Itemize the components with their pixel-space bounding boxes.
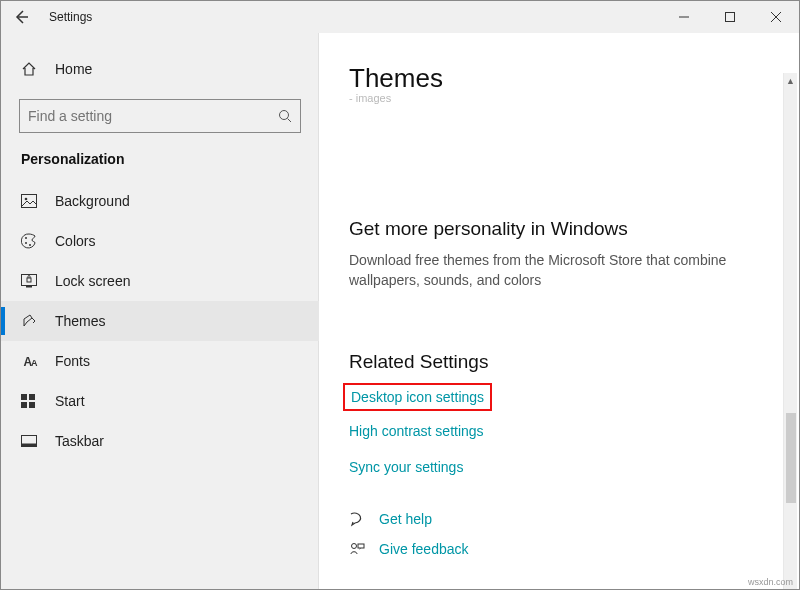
home-label: Home	[55, 61, 92, 77]
svg-point-8	[25, 237, 27, 239]
title-bar: Settings	[1, 1, 799, 33]
taskbar-icon	[21, 435, 39, 447]
link-desktop-icon-settings[interactable]: Desktop icon settings	[343, 383, 492, 411]
back-arrow-icon	[13, 9, 29, 25]
search-input[interactable]	[28, 108, 278, 124]
scroll-up-arrow-icon[interactable]: ▲	[784, 73, 797, 89]
scrollbar-thumb[interactable]	[786, 413, 796, 503]
svg-point-10	[29, 244, 31, 246]
lock-screen-icon	[21, 274, 39, 288]
svg-line-5	[288, 119, 292, 123]
sidebar-item-label: Themes	[55, 313, 106, 329]
search-box[interactable]	[19, 99, 301, 133]
svg-rect-17	[29, 402, 35, 408]
sidebar-item-label: Start	[55, 393, 85, 409]
window-title: Settings	[41, 10, 92, 24]
maximize-button[interactable]	[707, 1, 753, 33]
get-help-icon	[349, 511, 367, 527]
home-icon	[21, 61, 39, 77]
start-icon	[21, 394, 39, 408]
settings-window: Settings Home	[0, 0, 800, 590]
back-button[interactable]	[1, 1, 41, 33]
sidebar-item-label: Lock screen	[55, 273, 130, 289]
picture-icon	[21, 194, 39, 208]
minimize-button[interactable]	[661, 1, 707, 33]
sidebar-item-label: Background	[55, 193, 130, 209]
getmore-heading: Get more personality in Windows	[349, 218, 769, 240]
search-icon	[278, 109, 292, 123]
svg-point-9	[25, 242, 27, 244]
palette-icon	[21, 233, 39, 249]
minimize-icon	[679, 12, 689, 22]
subtle-images-text: - images	[349, 92, 769, 104]
fonts-icon: AA	[21, 353, 39, 369]
svg-point-20	[352, 543, 357, 548]
svg-point-7	[25, 198, 28, 201]
get-help-label: Get help	[379, 511, 432, 527]
sidebar-item-lock-screen[interactable]: Lock screen	[1, 261, 319, 301]
sidebar-item-label: Colors	[55, 233, 95, 249]
page-title: Themes	[349, 63, 769, 94]
scroll-down-arrow-icon[interactable]: ▼	[784, 587, 797, 589]
getmore-body: Download free themes from the Microsoft …	[349, 250, 749, 291]
sidebar-item-label: Taskbar	[55, 433, 104, 449]
window-controls	[661, 1, 799, 33]
related-settings-heading: Related Settings	[349, 351, 769, 373]
svg-rect-16	[21, 402, 27, 408]
sidebar-item-colors[interactable]: Colors	[1, 221, 319, 261]
give-feedback-label: Give feedback	[379, 541, 469, 557]
sidebar-item-label: Fonts	[55, 353, 90, 369]
svg-rect-6	[22, 195, 37, 208]
give-feedback-link[interactable]: Give feedback	[349, 541, 769, 557]
svg-rect-14	[21, 394, 27, 400]
svg-rect-21	[358, 544, 364, 548]
svg-rect-11	[22, 275, 37, 286]
link-sync-your-settings[interactable]: Sync your settings	[349, 459, 463, 475]
get-help-link[interactable]: Get help	[349, 511, 769, 527]
sidebar: Home Personalization Background Colo	[1, 33, 319, 589]
home-nav[interactable]: Home	[1, 53, 319, 85]
svg-rect-1	[726, 13, 735, 22]
watermark: wsxdn.com	[748, 577, 793, 587]
svg-rect-12	[26, 286, 32, 288]
svg-rect-13	[27, 278, 31, 282]
category-header: Personalization	[1, 151, 319, 181]
svg-point-4	[280, 111, 289, 120]
sidebar-item-taskbar[interactable]: Taskbar	[1, 421, 319, 461]
svg-rect-15	[29, 394, 35, 400]
svg-rect-19	[22, 444, 37, 447]
sidebar-item-background[interactable]: Background	[1, 181, 319, 221]
maximize-icon	[725, 12, 735, 22]
sidebar-item-fonts[interactable]: AA Fonts	[1, 341, 319, 381]
vertical-scrollbar[interactable]: ▲ ▼	[783, 73, 797, 589]
link-high-contrast-settings[interactable]: High contrast settings	[349, 423, 484, 439]
feedback-icon	[349, 541, 367, 557]
close-icon	[771, 12, 781, 22]
close-button[interactable]	[753, 1, 799, 33]
window-body: Home Personalization Background Colo	[1, 33, 799, 589]
themes-icon	[21, 313, 39, 329]
main-content: Themes - images Get more personality in …	[319, 33, 799, 589]
sidebar-item-start[interactable]: Start	[1, 381, 319, 421]
sidebar-item-themes[interactable]: Themes	[1, 301, 319, 341]
